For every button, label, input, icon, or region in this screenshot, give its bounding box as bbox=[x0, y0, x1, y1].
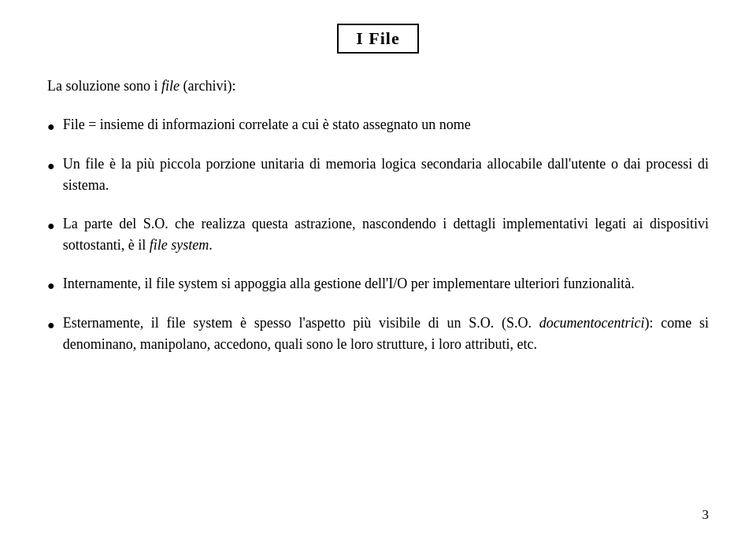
bullet-text: File = insieme di informazioni correlate… bbox=[63, 114, 471, 135]
page-number: 3 bbox=[702, 507, 710, 523]
page: I File La soluzione sono i file (archivi… bbox=[0, 0, 756, 537]
list-item: ● La parte del S.O. che realizza questa … bbox=[47, 213, 709, 256]
list-item: ● Esternamente, il file system è spesso … bbox=[47, 313, 709, 355]
bullet-text: Esternamente, il file system è spesso l'… bbox=[63, 313, 709, 355]
list-item: ● File = insieme di informazioni correla… bbox=[47, 114, 709, 136]
list-item: ● Un file è la più piccola porzione unit… bbox=[47, 154, 709, 196]
bullet-icon: ● bbox=[47, 117, 55, 136]
list-item: ● Internamente, il file system si appogg… bbox=[47, 273, 709, 295]
bullet-text: Un file è la più piccola porzione unitar… bbox=[63, 154, 709, 196]
content-area: La soluzione sono i file (archivi): ● Fi… bbox=[47, 76, 709, 355]
bullet-icon: ● bbox=[47, 217, 55, 235]
bullet-icon: ● bbox=[47, 316, 55, 335]
bullet-icon: ● bbox=[47, 276, 55, 295]
bullet-text: Internamente, il file system si appoggia… bbox=[63, 273, 635, 294]
page-title: I File bbox=[337, 24, 419, 54]
title-box: I File bbox=[47, 24, 709, 54]
bullet-text: La parte del S.O. che realizza questa as… bbox=[63, 213, 709, 256]
bullet-icon: ● bbox=[47, 157, 55, 176]
intro-line: La soluzione sono i file (archivi): bbox=[47, 76, 709, 97]
